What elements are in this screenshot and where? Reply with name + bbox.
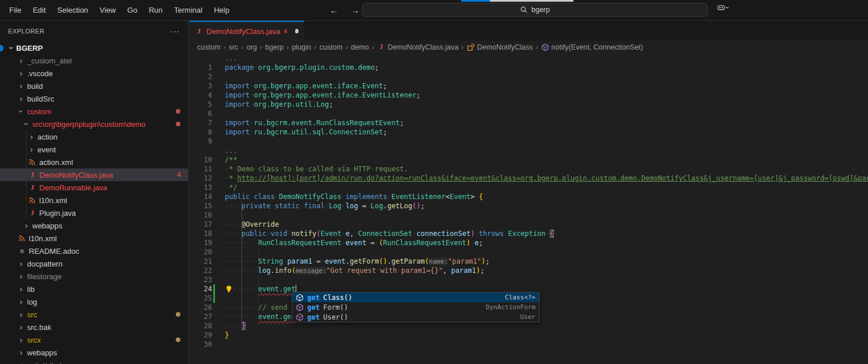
- code-line-6[interactable]: 6: [189, 109, 868, 118]
- editor-tab[interactable]: J DemoNotifyClass.java 4: [189, 21, 304, 40]
- explorer-more-icon[interactable]: ···: [170, 27, 180, 36]
- code-line-19[interactable]: 19········RunClassRequestEvent·event·=·(…: [189, 238, 868, 247]
- code-line-7[interactable]: 7import·ru.bgcrm.event.RunClassRequestEv…: [189, 118, 868, 127]
- suggest-item-getuser[interactable]: getUser()User: [292, 312, 539, 322]
- menu-item-view[interactable]: View: [94, 0, 122, 20]
- menu-item-help[interactable]: Help: [208, 0, 235, 20]
- tab-modified-dot[interactable]: [295, 29, 299, 33]
- sidebar-item-log[interactable]: ›log: [0, 295, 188, 308]
- sidebar-root-bgerp[interactable]: › BGERP: [0, 42, 188, 54]
- code-line-30[interactable]: 30: [189, 340, 868, 349]
- item-label: DemoRunnable.java: [39, 183, 107, 192]
- back-button[interactable]: ←: [330, 5, 338, 15]
- code-token: e: [346, 230, 350, 238]
- sidebar-item-src-org-bgerp-plugin-custom-demo[interactable]: ›src\org\bgerp\plugin\custom\demo: [0, 118, 188, 130]
- sidebar-item-readme-adoc[interactable]: ≡README.adoc: [0, 245, 188, 257]
- sidebar-item-src-bak[interactable]: ›src.bak: [0, 321, 188, 333]
- code-area[interactable]: ...1package·org.bgerp.plugin.custom.demo…: [189, 54, 868, 364]
- breadcrumb-item[interactable]: notify(Event, ConnectionSet): [541, 43, 643, 51]
- java-file-icon: J: [195, 27, 203, 35]
- search-input[interactable]: bgerp: [362, 3, 708, 17]
- menu-item-edit[interactable]: Edit: [27, 0, 51, 20]
- sidebar-item-action-xml[interactable]: action.xml: [0, 156, 188, 168]
- breadcrumb-item[interactable]: demo: [351, 43, 369, 51]
- sidebar-item-docpattern[interactable]: ›docpattern: [0, 257, 188, 270]
- code-token: "param1": [448, 257, 481, 265]
- breadcrumb-item[interactable]: custom: [319, 43, 342, 51]
- code-line-10[interactable]: 10/**: [189, 155, 868, 164]
- breadcrumb-item[interactable]: plugin: [292, 43, 311, 51]
- sidebar-item-webapps[interactable]: ›webapps: [0, 346, 188, 359]
- code-token: private: [241, 202, 271, 210]
- sidebar-item-demorunnable-java[interactable]: JDemoRunnable.java: [0, 181, 188, 194]
- sidebar-item--custom-atel[interactable]: ›_custom_atel: [0, 54, 188, 67]
- code-line-22[interactable]: 22········log.info(message:"Got·request·…: [189, 266, 868, 275]
- code-line-14[interactable]: 14public·class·DemoNotifyClass·implement…: [189, 192, 868, 201]
- code-line-8[interactable]: 8import·ru.bgcrm.util.sql.ConnectionSet;: [189, 127, 868, 137]
- code-line-21[interactable]: 21········String·param1·=·event.getForm(…: [189, 257, 868, 266]
- sidebar-item-src[interactable]: ›src: [0, 308, 188, 321]
- sidebar-item-lib[interactable]: ›lib: [0, 283, 188, 295]
- menu-item-file[interactable]: File: [3, 0, 27, 20]
- sidebar-item-action[interactable]: ›action: [0, 130, 188, 143]
- code-line-20[interactable]: 20: [189, 247, 868, 257]
- explorer-header[interactable]: EXPLORER: [8, 28, 44, 35]
- code-token: implements: [346, 193, 387, 201]
- line-content: ····private·static·final·Log·log·=·Log.g…: [225, 201, 425, 211]
- breadcrumb-item[interactable]: org: [247, 43, 257, 51]
- breadcrumb-item[interactable]: bgerp: [265, 43, 284, 51]
- code-line-23[interactable]: 23: [189, 275, 868, 284]
- sidebar-item-custom[interactable]: ›custom: [0, 105, 188, 118]
- code-fold-line[interactable]: ...: [189, 54, 868, 63]
- suggest-item-getclass[interactable]: getClass()Class<?>: [292, 292, 539, 302]
- sidebar-item-l10n-xml[interactable]: l10n.xml: [0, 232, 188, 245]
- folded-region-ellipsis[interactable]: ...: [225, 146, 237, 155]
- code-token: notify: [292, 230, 316, 238]
- sidebar-item--gitattributes[interactable]: ◆.gitattributes: [0, 359, 188, 364]
- code-line-29[interactable]: 29}: [189, 331, 868, 340]
- sidebar-item--vscode[interactable]: ›.vscode: [0, 67, 188, 80]
- code-line-4[interactable]: 4import·org.bgerp.app.event.iface.EventL…: [189, 91, 868, 100]
- java-file-icon: J: [28, 209, 36, 217]
- gutter-added-marker: [213, 294, 215, 303]
- sidebar-item-filestorage[interactable]: ›filestorage: [0, 270, 188, 283]
- sidebar-item-plugin-java[interactable]: JPlugin.java: [0, 207, 188, 219]
- code-token: .: [383, 202, 387, 210]
- sidebar-item-event[interactable]: ›event: [0, 143, 188, 156]
- code-line-16[interactable]: 16: [189, 211, 868, 220]
- code-line-15[interactable]: 15····private·static·final·Log·log·=·Log…: [189, 201, 868, 211]
- sidebar-item-srcx[interactable]: ›srcx: [0, 333, 188, 346]
- code-line-5[interactable]: 5import·org.bgerp.util.Log;: [189, 100, 868, 109]
- sidebar-item-build[interactable]: ›build: [0, 80, 188, 92]
- breadcrumb-item[interactable]: src: [229, 43, 239, 51]
- sidebar-item-l10n-xml[interactable]: l10n.xml: [0, 194, 188, 207]
- code-token: log: [346, 202, 358, 210]
- code-line-12[interactable]: 12·*·http://[host]:[port]/admin/run.do?a…: [189, 174, 868, 183]
- breadcrumb-item[interactable]: custom: [197, 43, 220, 51]
- breadcrumb: custom›src›org›bgerp›plugin›custom›demo›…: [189, 40, 868, 54]
- code-line-18[interactable]: 18····public·void·notify(Event·e,·Connec…: [189, 229, 868, 238]
- code-line-1[interactable]: 1package·org.bgerp.plugin.custom.demo;: [189, 63, 868, 72]
- sidebar-item-demonotifyclass-java[interactable]: JDemoNotifyClass.java4: [0, 168, 188, 181]
- code-line-28[interactable]: 28····}: [189, 321, 868, 331]
- menu-item-go[interactable]: Go: [122, 0, 143, 20]
- menu-item-selection[interactable]: Selection: [51, 0, 93, 20]
- sidebar-item-webapps[interactable]: ›webapps: [0, 219, 188, 232]
- breadcrumb-item[interactable]: DemoNotifyClass: [467, 43, 533, 51]
- code-line-11[interactable]: 11·*·Demo·class·to·be·called·via·HTTP·re…: [189, 164, 868, 174]
- folded-region-ellipsis[interactable]: ...: [225, 54, 237, 63]
- code-line-9[interactable]: 9: [189, 137, 868, 146]
- sidebar-item-buildsrc[interactable]: ›buildSrc: [0, 92, 188, 105]
- menu-item-run[interactable]: Run: [143, 0, 168, 20]
- code-fold-line[interactable]: ...: [189, 146, 868, 155]
- code-line-17[interactable]: 17····@Override: [189, 220, 868, 229]
- forward-button[interactable]: →: [351, 5, 360, 15]
- code-line-3[interactable]: 3import·org.bgerp.app.event.iface.Event;: [189, 81, 868, 91]
- menu-item-terminal[interactable]: Terminal: [168, 0, 208, 20]
- code-line-13[interactable]: 13·*/: [189, 183, 868, 192]
- suggest-item-getform[interactable]: getForm()DynActionForm: [292, 302, 539, 312]
- code-line-2[interactable]: 2: [189, 72, 868, 81]
- breadcrumb-item[interactable]: JDemoNotifyClass.java: [377, 43, 458, 51]
- copilot-button[interactable]: ›: [717, 3, 729, 12]
- code-token: ·: [470, 239, 474, 247]
